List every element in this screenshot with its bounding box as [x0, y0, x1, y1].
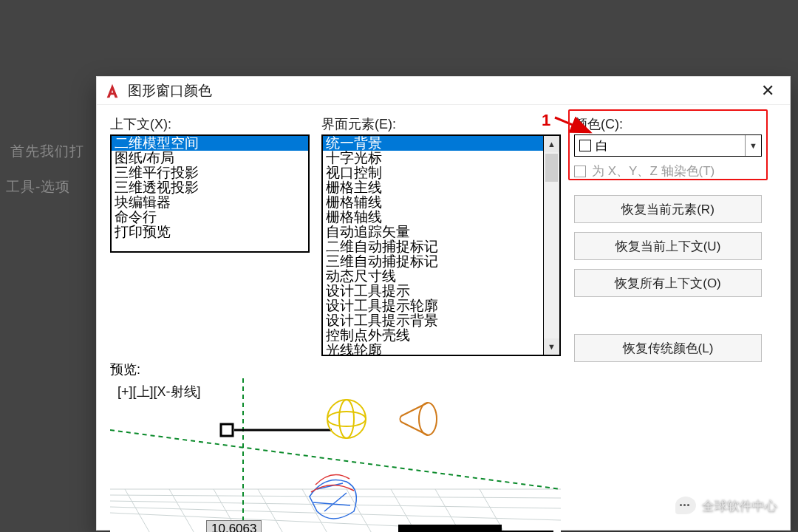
watermark: 全球软件中心: [675, 497, 777, 514]
svg-point-5: [327, 400, 366, 438]
element-item[interactable]: 统一背景: [323, 136, 543, 151]
bg-text-line2: 工具-选项: [6, 177, 70, 197]
dropdown-chevron-icon: ▼: [745, 135, 761, 156]
element-item[interactable]: 光线轮廓: [323, 343, 543, 356]
bg-text-line1: 首先我们打: [10, 142, 84, 161]
context-item[interactable]: 二维模型空间: [112, 136, 308, 151]
svg-point-6: [327, 412, 366, 426]
xyz-label: 为 X、Y、Z 轴染色(T): [592, 163, 715, 180]
context-listbox[interactable]: 二维模型空间图纸/布局三维平行投影三维透视投影块编辑器命令行打印预览: [110, 134, 310, 253]
context-item[interactable]: 三维透视投影: [112, 180, 308, 195]
xyz-tint-row[interactable]: 为 X、Y、Z 轴染色(T): [574, 163, 715, 180]
element-item[interactable]: 栅格主线: [323, 180, 543, 195]
context-item[interactable]: 块编辑器: [112, 195, 308, 210]
element-item[interactable]: 控制点外壳线: [323, 328, 543, 343]
element-item[interactable]: 视口控制: [323, 166, 543, 180]
autocad-icon: [104, 83, 120, 99]
watermark-text: 全球软件中心: [702, 497, 777, 514]
dialog-content: 上下文(X): 界面元素(E): 颜色(C): 1 二维模型空间图纸/布局三维平…: [97, 105, 790, 530]
element-item[interactable]: 设计工具提示背景: [323, 313, 543, 328]
dialog-title: 图形窗口颜色: [128, 81, 212, 100]
close-button[interactable]: ✕: [751, 79, 784, 103]
element-item[interactable]: 十字光标: [323, 151, 543, 166]
restore-classic-colors-button[interactable]: 恢复传统颜色(L): [574, 334, 762, 362]
color-value: 白: [596, 137, 608, 154]
restore-all-contexts-button[interactable]: 恢复所有上下文(O): [574, 269, 762, 297]
preview-panel: [+][上][X-射线]: [110, 378, 561, 532]
restore-current-element-button[interactable]: 恢复当前元素(R): [574, 195, 762, 223]
context-item[interactable]: 打印预览: [112, 225, 308, 239]
element-item[interactable]: 动态尺寸线: [323, 269, 543, 284]
context-item[interactable]: 图纸/布局: [112, 151, 308, 166]
scroll-up-button[interactable]: ▲: [544, 136, 559, 152]
element-item[interactable]: 设计工具提示: [323, 284, 543, 299]
preview-corner-label: [+][上][X-射线]: [117, 383, 201, 400]
color-options-dialog: 图形窗口颜色 ✕ 上下文(X): 界面元素(E): 颜色(C): 1 二维模型空…: [96, 76, 791, 531]
restore-current-context-button[interactable]: 恢复当前上下文(U): [574, 232, 762, 260]
wechat-icon: [675, 497, 696, 514]
elements-scrollbar[interactable]: ▲ ▼: [543, 134, 561, 356]
scroll-down-button[interactable]: ▼: [544, 338, 559, 355]
svg-rect-3: [221, 424, 233, 436]
dialog-titlebar[interactable]: 图形窗口颜色 ✕: [97, 77, 790, 105]
element-item[interactable]: 栅格轴线: [323, 210, 543, 225]
context-item[interactable]: 三维平行投影: [112, 166, 308, 180]
annotation-number-1: 1: [542, 111, 550, 130]
element-item[interactable]: 三维自动捕捉标记: [323, 254, 543, 269]
svg-point-7: [339, 400, 354, 438]
svg-line-0: [555, 117, 590, 132]
annotation-arrow: [552, 113, 596, 135]
xyz-checkbox[interactable]: [574, 166, 586, 177]
svg-point-8: [419, 403, 437, 435]
elements-listbox[interactable]: 统一背景十字光标视口控制栅格主线栅格辅线栅格轴线自动追踪矢量二维自动捕捉标记三维…: [321, 134, 543, 356]
element-item[interactable]: 自动追踪矢量: [323, 225, 543, 239]
preview-dimension-value: 10.6063: [206, 520, 262, 532]
preview-label: 预览:: [110, 361, 140, 378]
element-item[interactable]: 栅格辅线: [323, 195, 543, 210]
color-swatch-icon: [579, 140, 591, 151]
preview-drawing: [110, 378, 561, 532]
color-dropdown[interactable]: 白 ▼: [574, 134, 762, 157]
element-item[interactable]: 二维自动捕捉标记: [323, 239, 543, 254]
svg-rect-9: [398, 525, 502, 532]
element-item[interactable]: 设计工具提示轮廓: [323, 299, 543, 313]
scroll-thumb[interactable]: [545, 154, 558, 182]
context-item[interactable]: 命令行: [112, 210, 308, 225]
elements-label: 界面元素(E):: [321, 115, 396, 133]
context-label: 上下文(X):: [110, 115, 171, 133]
